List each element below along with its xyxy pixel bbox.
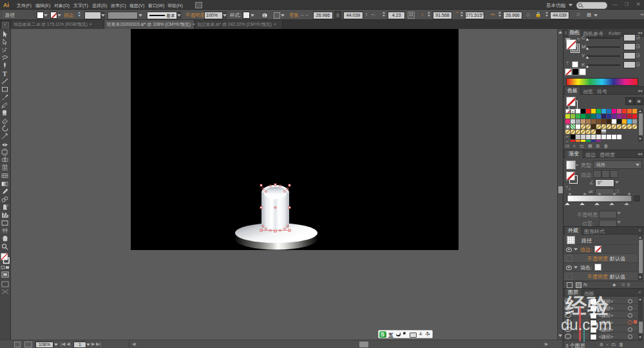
svg-text:T: T <box>3 70 7 77</box>
